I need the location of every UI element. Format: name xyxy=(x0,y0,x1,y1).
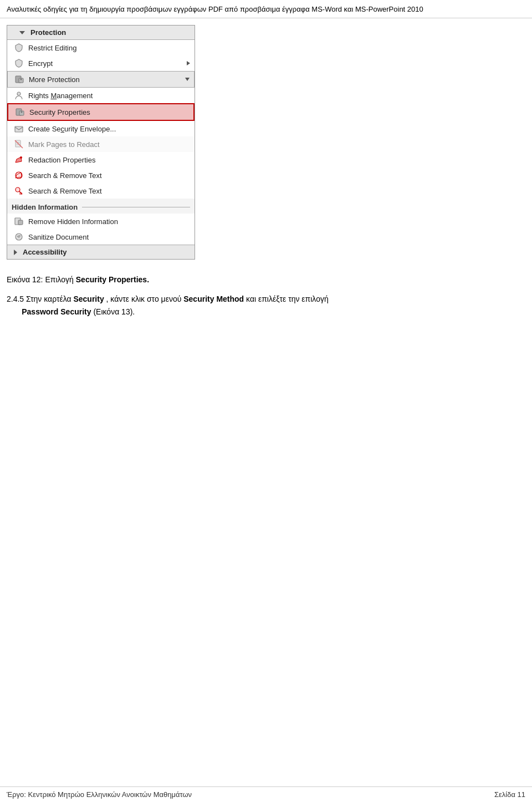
remove-hidden-information-label: Remove Hidden Information xyxy=(28,217,190,226)
sanitize-document-label: Sanitize Document xyxy=(28,233,190,241)
header-title: Αναλυτικές οδηγίες για τη δημιουργία προ… xyxy=(7,5,423,13)
protection-collapse-icon xyxy=(19,31,25,34)
caption-prefix: Εικόνα 12: Επιλογή xyxy=(7,275,74,284)
body-password-security-label: Password Security xyxy=(7,307,91,316)
remove-hidden-information-icon xyxy=(14,216,24,226)
page-header: Αναλυτικές οδηγίες για τη δημιουργία προ… xyxy=(0,0,532,18)
redaction-properties-label: Search & Remove Text xyxy=(28,171,190,180)
screenshot-panel: Protection Restrict Editing Encrypt xyxy=(7,25,195,260)
protection-header[interactable]: Protection xyxy=(7,26,195,40)
search-remove-text-item[interactable]: Search & Remove Text xyxy=(7,183,195,199)
encrypt-item[interactable]: Encrypt xyxy=(7,55,195,71)
body-security-label: Security xyxy=(73,295,104,303)
restrict-editing-item[interactable]: Restrict Editing xyxy=(7,40,195,55)
create-security-envelope-item[interactable]: Create Security Envelope... xyxy=(7,121,195,136)
svg-rect-7 xyxy=(15,126,23,132)
restrict-editing-label: Restrict Editing xyxy=(28,44,190,52)
mark-pages-to-redact-icon xyxy=(14,139,24,149)
body-text-end: (Εικόνα 13). xyxy=(93,307,135,316)
hidden-information-divider: Hidden Information xyxy=(7,199,195,214)
svg-point-20 xyxy=(18,236,20,238)
section-number: 2.4.5 xyxy=(7,295,24,303)
redaction-properties-item[interactable]: Search & Remove Text xyxy=(7,167,195,183)
apply-redactions-icon xyxy=(14,155,24,165)
restrict-editing-icon xyxy=(14,43,24,53)
svg-point-14 xyxy=(16,187,20,192)
apply-redactions-label: Redaction Properties xyxy=(28,156,190,164)
main-content: Protection Restrict Editing Encrypt xyxy=(0,18,532,327)
search-remove-text-label: Search & Remove Text xyxy=(28,187,190,195)
search-remove-text-icon xyxy=(14,186,24,196)
redaction-properties-icon xyxy=(14,170,24,180)
body-text-before: Στην καρτέλα xyxy=(26,295,73,303)
hidden-information-label: Hidden Information xyxy=(12,203,78,211)
svg-point-2 xyxy=(21,79,22,80)
svg-rect-18 xyxy=(18,220,23,225)
rights-management-item[interactable]: Rights Management xyxy=(7,88,195,103)
encrypt-icon xyxy=(14,58,24,68)
svg-rect-16 xyxy=(19,192,22,195)
mark-pages-to-redact-label: Mark Pages to Redact xyxy=(28,140,190,149)
encrypt-label: Encrypt xyxy=(28,59,182,68)
page-footer: Έργο: Κεντρικό Μητρώο Ελληνικών Ανοικτών… xyxy=(0,786,532,802)
svg-point-12 xyxy=(20,156,22,159)
caption-highlighted: Security Properties. xyxy=(76,275,149,284)
svg-point-6 xyxy=(21,111,23,113)
body-paragraph: 2.4.5 Στην καρτέλα Security , κάντε κλικ… xyxy=(7,293,525,318)
protection-label: Protection xyxy=(30,28,66,37)
accessibility-footer[interactable]: Accessibility xyxy=(7,245,195,259)
rights-management-label: Rights Management xyxy=(28,92,190,100)
encrypt-arrow-icon xyxy=(187,61,190,65)
caption: Εικόνα 12: Επιλογή Security Properties. xyxy=(7,275,525,284)
sanitize-document-icon xyxy=(14,232,24,242)
security-properties-item[interactable]: Security Properties xyxy=(7,103,195,121)
accessibility-label: Accessibility xyxy=(23,248,67,256)
more-protection-icon xyxy=(14,74,24,84)
body-text-after: και επιλέξτε την επιλογή xyxy=(246,295,329,303)
create-security-envelope-label: Create Security Envelope... xyxy=(28,125,190,133)
more-protection-item[interactable]: More Protection xyxy=(7,71,195,88)
accessibility-expand-icon xyxy=(14,250,17,255)
more-protection-label: More Protection xyxy=(29,75,181,84)
body-security-method-label: Security Method xyxy=(183,295,244,303)
apply-redactions-item[interactable]: Redaction Properties xyxy=(7,152,195,167)
more-protection-arrow-icon xyxy=(185,78,190,81)
sanitize-document-item[interactable]: Sanitize Document xyxy=(7,229,195,245)
security-properties-icon xyxy=(15,107,25,117)
hidden-information-divider-line xyxy=(82,207,190,207)
security-properties-label: Security Properties xyxy=(29,108,189,116)
footer-right: Σελίδα 11 xyxy=(494,790,525,799)
rights-management-icon xyxy=(14,90,24,100)
svg-point-3 xyxy=(17,92,21,95)
footer-left: Έργο: Κεντρικό Μητρώο Ελληνικών Ανοικτών… xyxy=(7,790,192,799)
create-security-envelope-icon xyxy=(14,124,24,134)
remove-hidden-information-item[interactable]: Remove Hidden Information xyxy=(7,214,195,229)
mark-pages-to-redact-item[interactable]: Mark Pages to Redact xyxy=(7,136,195,152)
body-text-middle: , κάντε κλικ στο μενού xyxy=(106,295,184,303)
